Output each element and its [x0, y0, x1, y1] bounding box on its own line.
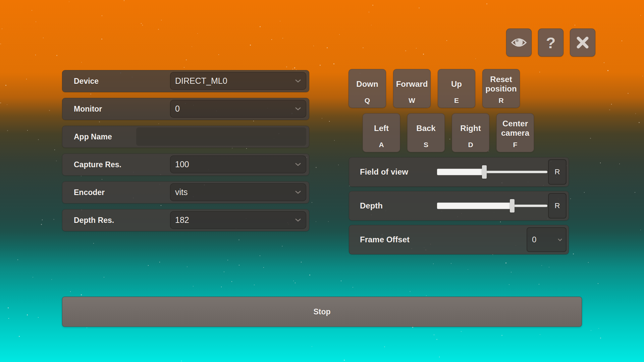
settings-panel: Device DIRECT_ML0 Monitor 0 App Name Cap [62, 70, 309, 231]
chevron-down-icon [557, 238, 562, 241]
movement-pad-row2: Left A Back S Right D Center camera F [363, 113, 534, 152]
move-back-button[interactable]: Back S [407, 113, 445, 152]
capture-res-label: Capture Res. [74, 160, 121, 169]
monitor-label: Monitor [74, 105, 102, 114]
depth-res-label: Depth Res. [74, 216, 114, 225]
center-camera-label: Center camera [498, 116, 532, 141]
depth-res-dropdown[interactable]: 182 [170, 211, 306, 229]
move-up-button[interactable]: Up E [438, 69, 475, 108]
field-of-view-label: Field of view [360, 167, 408, 177]
monitor-row: Monitor 0 [62, 98, 309, 120]
topbar: ? [506, 28, 595, 57]
move-forward-key: W [409, 97, 415, 105]
frame-offset-label: Frame Offset [360, 235, 410, 244]
field-of-view-reset-button[interactable]: R [548, 159, 567, 185]
stop-button[interactable]: Stop [62, 297, 582, 327]
move-up-key: E [454, 97, 459, 105]
move-up-label: Up [451, 71, 462, 97]
app-name-input[interactable] [136, 127, 306, 146]
chevron-down-icon [295, 163, 301, 166]
close-button[interactable] [570, 28, 595, 57]
move-forward-label: Forward [396, 71, 428, 97]
frame-offset-dropdown[interactable]: 0 [527, 227, 567, 252]
camera-settings-panel: Field of view R Depth R Frame Offset 0 [349, 157, 569, 254]
move-right-label: Right [460, 116, 481, 141]
move-left-button[interactable]: Left A [363, 113, 400, 152]
visibility-button[interactable] [506, 28, 532, 57]
field-of-view-slider[interactable] [437, 165, 547, 179]
chevron-down-icon [295, 190, 301, 194]
slider-fill [437, 169, 484, 175]
app-background: ? Device DIRECT_ML0 Monitor 0 [0, 0, 644, 362]
center-camera-button[interactable]: Center camera F [496, 113, 534, 152]
device-label: Device [74, 77, 99, 86]
move-back-key: S [424, 141, 428, 149]
depth-label: Depth [360, 201, 383, 210]
capture-res-dropdown[interactable]: 100 [170, 156, 306, 173]
depth-res-value: 182 [175, 215, 189, 225]
movement-pad-row1: Down Q Forward W Up E Reset position R [348, 69, 520, 108]
depth-res-row: Depth Res. 182 [62, 209, 309, 231]
move-down-key: Q [365, 97, 370, 105]
frame-offset-value: 0 [532, 235, 536, 244]
depth-reset-button[interactable]: R [548, 193, 567, 219]
app-name-row: App Name [62, 126, 309, 148]
slider-fill [437, 203, 512, 209]
chevron-down-icon [295, 218, 301, 222]
question-mark-icon: ? [546, 35, 556, 51]
chevron-down-icon [295, 107, 301, 111]
encoder-label: Encoder [74, 188, 105, 197]
depth-slider[interactable] [437, 199, 547, 213]
field-of-view-panel: Field of view R [349, 157, 569, 187]
device-value: DIRECT_ML0 [175, 76, 227, 86]
device-row: Device DIRECT_ML0 [62, 70, 309, 92]
encoder-dropdown[interactable]: vits [170, 183, 306, 201]
move-right-key: D [468, 141, 473, 149]
reset-position-button[interactable]: Reset position R [482, 69, 520, 108]
move-down-button[interactable]: Down Q [348, 69, 386, 108]
reset-position-key: R [498, 97, 503, 105]
center-camera-key: F [513, 141, 518, 149]
eye-icon [511, 37, 527, 48]
move-back-label: Back [416, 116, 435, 141]
depth-panel: Depth R [349, 191, 569, 221]
frame-offset-panel: Frame Offset 0 [349, 225, 569, 254]
chevron-down-icon [295, 79, 301, 83]
move-forward-button[interactable]: Forward W [393, 69, 431, 108]
help-button[interactable]: ? [538, 28, 564, 57]
move-left-key: A [379, 141, 384, 149]
device-dropdown[interactable]: DIRECT_ML0 [170, 72, 306, 90]
move-right-button[interactable]: Right D [452, 113, 489, 152]
move-down-label: Down [356, 71, 378, 97]
encoder-value: vits [175, 187, 188, 197]
capture-res-value: 100 [175, 160, 189, 169]
move-left-label: Left [374, 116, 389, 141]
close-icon [576, 36, 590, 50]
monitor-dropdown[interactable]: 0 [170, 100, 306, 118]
capture-res-row: Capture Res. 100 [62, 154, 309, 176]
monitor-value: 0 [175, 104, 180, 114]
app-name-label: App Name [74, 132, 112, 141]
reset-position-label: Reset position [484, 71, 518, 97]
slider-handle[interactable] [482, 165, 487, 179]
slider-handle[interactable] [510, 199, 515, 213]
encoder-row: Encoder vits [62, 181, 309, 203]
